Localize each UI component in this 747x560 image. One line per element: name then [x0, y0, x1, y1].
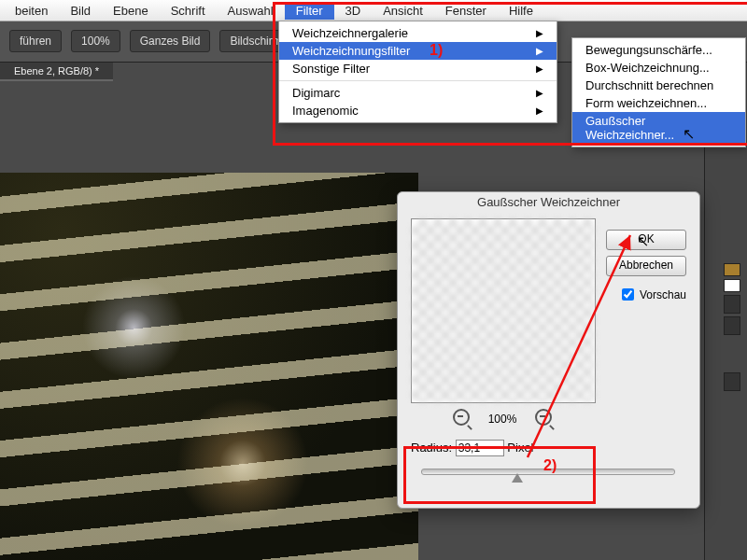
chevron-right-icon: ▶ [536, 28, 543, 38]
menu-item-blur-gallery[interactable]: Weichzeichnergalerie▶ [279, 24, 557, 42]
preview-area[interactable] [411, 218, 596, 403]
menu-separator [279, 80, 557, 81]
menu-item-imagenomic[interactable]: Imagenomic▶ [279, 102, 557, 119]
menu-item-digimarc[interactable]: Digimarc▶ [279, 84, 557, 102]
chevron-right-icon: ▶ [536, 88, 543, 98]
zoom-out-icon[interactable] [453, 409, 470, 426]
fit-button[interactable]: Ganzes Bild [130, 30, 211, 52]
layer-thumb[interactable] [724, 279, 740, 292]
zoom-value: 100% [488, 413, 517, 426]
chevron-right-icon: ▶ [536, 46, 543, 56]
menu-item-average[interactable]: Durchschnitt berechnen [572, 77, 745, 94]
chevron-right-icon: ▶ [536, 63, 543, 74]
menu-window[interactable]: Fenster [434, 2, 498, 20]
cancel-button[interactable]: Abbrechen [606, 256, 686, 276]
zoom-in-icon[interactable] [535, 409, 552, 426]
layer-thumb[interactable] [724, 295, 740, 314]
radius-label: Radius: [411, 441, 452, 455]
light-rays-overlay [0, 173, 418, 560]
toolbar-button[interactable]: führen [9, 30, 62, 52]
layer-thumb[interactable] [724, 372, 740, 391]
menu-type[interactable]: Schrift [160, 2, 217, 20]
preview-checkbox[interactable] [622, 288, 634, 301]
menu-filter[interactable]: Filter [285, 2, 334, 20]
layer-thumb[interactable] [724, 316, 740, 335]
menu-item-blur-filters[interactable]: Weichzeichnungsfilter▶ [279, 42, 557, 60]
menu-item-box-blur[interactable]: Box-Weichzeichnung... [572, 59, 745, 77]
zoom-row: 100% [411, 409, 594, 426]
menu-item-other-filters[interactable]: Sonstige Filter▶ [279, 60, 557, 77]
dialog-title: Gaußscher Weichzeichner [398, 195, 699, 209]
menu-select[interactable]: Auswahl [217, 2, 285, 20]
menu-edit[interactable]: beiten [4, 2, 59, 20]
filter-dropdown: Weichzeichnergalerie▶ Weichzeichnungsfil… [278, 21, 557, 123]
radius-unit: Pixel [507, 441, 533, 455]
menu-item-motion-blur[interactable]: Bewegungsunschärfe... [572, 41, 745, 59]
menu-item-gaussian-blur[interactable]: Gaußscher Weichzeichner... [572, 112, 745, 144]
menu-layer[interactable]: Ebene [102, 2, 160, 20]
transparency-checker [412, 219, 595, 402]
chevron-right-icon: ▶ [536, 105, 543, 116]
canvas[interactable] [0, 173, 418, 560]
zoom-level-button[interactable]: 100% [71, 30, 120, 52]
menu-help[interactable]: Hilfe [498, 2, 544, 20]
color-swatch[interactable] [724, 263, 740, 276]
preview-checkbox-label[interactable]: Vorschau [618, 286, 686, 303]
radius-input[interactable] [456, 440, 504, 456]
annotation-step-2: 2) [543, 457, 557, 474]
menu-image[interactable]: Bild [59, 2, 102, 20]
ok-button[interactable]: OK [606, 230, 686, 250]
slider-thumb[interactable] [512, 473, 523, 483]
menu-3d[interactable]: 3D [334, 2, 373, 20]
blur-submenu: Bewegungsunschärfe... Box-Weichzeichnung… [571, 37, 746, 147]
annotation-step-1: 1) [430, 42, 443, 59]
menubar: beiten Bild Ebene Schrift Auswahl Filter… [0, 0, 747, 21]
document-tab[interactable]: Ebene 2, RGB/8) * [0, 63, 113, 81]
radius-row: Radius: Pixel [411, 440, 534, 456]
menu-item-shape-blur[interactable]: Form weichzeichnen... [572, 94, 745, 112]
menu-view[interactable]: Ansicht [372, 2, 434, 20]
